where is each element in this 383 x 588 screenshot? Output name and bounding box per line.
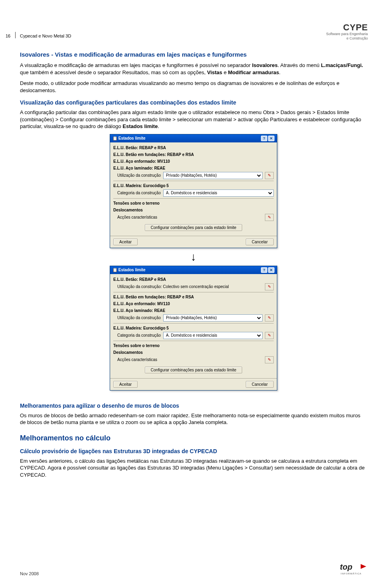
text-span: e [222,69,228,75]
dialog-line: E.L.U. Betão: REBAP e RSA [113,144,274,151]
dialog-line: E.L.U. Aço laminado: REAE [113,307,274,314]
madeira-header: E.L.U. Madeira: Eurocódigo 5 [113,324,274,331]
divider [113,181,274,181]
divider [113,341,274,341]
utilizacao-static-row: Utilização da construção: Colectivo sem … [113,282,274,291]
brand-tagline-2: e Construção [326,36,368,41]
help-button[interactable]: ? [261,136,267,141]
edit-icon[interactable]: ✎ [265,214,274,221]
categoria-combo[interactable]: A. Domésticos e residenciais [163,189,274,197]
categoria-combo[interactable]: A. Domésticos e residenciais [163,332,263,339]
categoria-row: Categoria da construção A. Domésticos e … [113,189,274,197]
text-span: . Através do menú [278,62,321,68]
text-bold: L.maciças/Fungi. [321,62,363,68]
estados-limite-dialog-2: 📋 Estados limite ? ✕ E.L.U. Betão: REBAP… [110,266,277,391]
accoes-row: Acções características ✎ [113,355,274,364]
section-1-paragraph-1: A visualização e modificação de armadura… [20,62,367,76]
edit-icon[interactable]: ✎ [265,356,274,363]
close-button[interactable]: ✕ [268,267,274,273]
betao-header: E.L.U. Betão: REBAP e RSA [113,276,274,282]
footer-date: Nov 2008 [20,571,39,576]
dialog-section: E.L.U. Betão: REBAP e RSA E.L.U. Betão e… [110,142,277,236]
cancelar-button[interactable]: Cancelar [246,239,274,245]
down-arrow-icon: ↓ [191,251,196,262]
utilizacao-combo[interactable]: Privado (Habitações, Hotéis) [163,314,263,322]
text-bold: Modificar armaduras [228,69,279,75]
svg-text:top: top [340,562,352,571]
madeira-header: E.L.U. Madeira: Eurocódigo 5 [113,182,274,189]
section-2-paragraph-1: A configuração particular das combinaçõe… [20,109,367,130]
section-3-title: Melhoramentos para agilizar o desenho de… [20,403,367,409]
utilizacao-label: Utilização da construção [117,173,161,178]
dialog-title: 📋 Estados limite [113,136,146,140]
help-button[interactable]: ? [261,267,267,273]
brand-name: CYPE [326,23,368,32]
dialog-line: E.L.U. Betão em fundações: REBAP e RSA [113,151,274,158]
text-span: . [279,69,280,75]
config-combinacoes-button[interactable]: Configurar combinações para cada estado … [145,224,243,231]
utilizacao-combo[interactable]: Privado (Habitações, Hotéis) [163,172,263,179]
utilizacao-static: Utilização da construção: Colectivo sem … [117,284,263,289]
aceitar-button[interactable]: Aceitar [113,239,138,245]
config-button-row: Configurar combinações para cada estado … [113,364,274,376]
dialog-title: 📋 Estados limite [113,268,146,272]
brand-logo-cype: CYPE Software para Engenharia e Construç… [326,23,368,41]
edit-icon[interactable]: ✎ [265,172,274,179]
page-content: Isovalores - Vistas e modificação de arm… [20,48,367,483]
dialog-stack: 📋 Estados limite ? ✕ E.L.U. Betão: REBAP… [20,134,367,391]
text-bold: Vistas [207,69,222,75]
dialog-footer: Aceitar Cancelar [110,236,277,248]
edit-icon[interactable]: ✎ [265,332,274,339]
utilizacao-row: Utilização da construção Privado (Habita… [113,171,274,180]
dialog-line: E.L.U. Betão em fundações: REBAP e RSA [113,293,274,300]
dialog-footer: Aceitar Cancelar [110,378,277,390]
svg-text:INFORMÁTICA: INFORMÁTICA [341,572,361,575]
accoes-label: Acções características [117,357,263,362]
divider [113,323,274,324]
svg-marker-1 [361,564,366,569]
config-combinacoes-button[interactable]: Configurar combinações para cada estado … [145,367,243,373]
dialog-line: E.L.U. Aço enformado: MV110 [113,300,274,307]
divider [113,198,274,199]
text-span: que também é acessível desde o separador… [20,69,207,75]
dialog-titlebar: 📋 Estados limite ? ✕ [110,266,277,274]
footer-brand-logo: top INFORMÁTICA [340,562,368,576]
text-span: A visualização e modificação de armadura… [20,62,252,68]
config-button-row: Configurar combinações para cada estado … [113,222,274,233]
edit-icon[interactable]: ✎ [265,283,274,290]
text-bold: Estados limite [122,123,158,129]
deslocamentos-header: Deslocamentos [113,349,274,355]
tensoes-header: Tensões sobre o terreno [113,342,274,349]
categoria-label: Categoria da construção [117,333,161,337]
aceitar-button[interactable]: Aceitar [113,381,138,388]
dialog-section: E.L.U. Betão: REBAP e RSA Utilização da … [110,274,277,378]
text-bold: Isovalores [252,62,278,68]
section-3-paragraph-1: Os muros de blocos de betão armado redes… [20,412,367,426]
text-span: . [158,123,159,129]
section-4-subtitle: Cálculo provisório de ligações nas Estru… [20,448,367,454]
categoria-row: Categoria da construção A. Domésticos e … [113,331,274,340]
section-4-paragraph-1: Em versões anteriores, o cálculo das lig… [20,458,367,479]
divider [113,292,274,292]
brand-tagline-1: Software para Engenharia [326,32,368,36]
tensoes-header: Tensões sobre o terreno [113,199,274,206]
edit-icon[interactable]: ✎ [265,314,274,322]
close-button[interactable]: ✕ [268,136,274,141]
dialog-titlebar: 📋 Estados limite ? ✕ [110,134,277,142]
dialog-line: E.L.U. Aço enformado: MV110 [113,158,274,164]
dialog-title-text: Estados limite [118,268,146,272]
window-buttons: ? ✕ [261,136,274,141]
estados-limite-dialog-1: 📋 Estados limite ? ✕ E.L.U. Betão: REBAP… [110,134,277,248]
header-doc-title: Cypecad e Novo Metal 3D [20,34,71,38]
accoes-label: Acções características [117,215,263,219]
cancelar-button[interactable]: Cancelar [246,381,274,388]
text-span: A configuração particular das combinaçõe… [20,109,361,129]
window-buttons: ? ✕ [261,267,274,273]
page-number: 16 [6,34,10,38]
section-4-title: Melhoramentos no cálculo [20,434,367,442]
dialog-line: E.L.U. Aço laminado: REAE [113,164,274,171]
section-1-title: Isovalores - Vistas e modificação de arm… [20,51,367,58]
utilizacao-label: Utilização da construção [117,316,161,320]
utilizacao-row: Utilização da construção Privado (Habita… [113,314,274,322]
accoes-row: Acções características ✎ [113,213,274,222]
